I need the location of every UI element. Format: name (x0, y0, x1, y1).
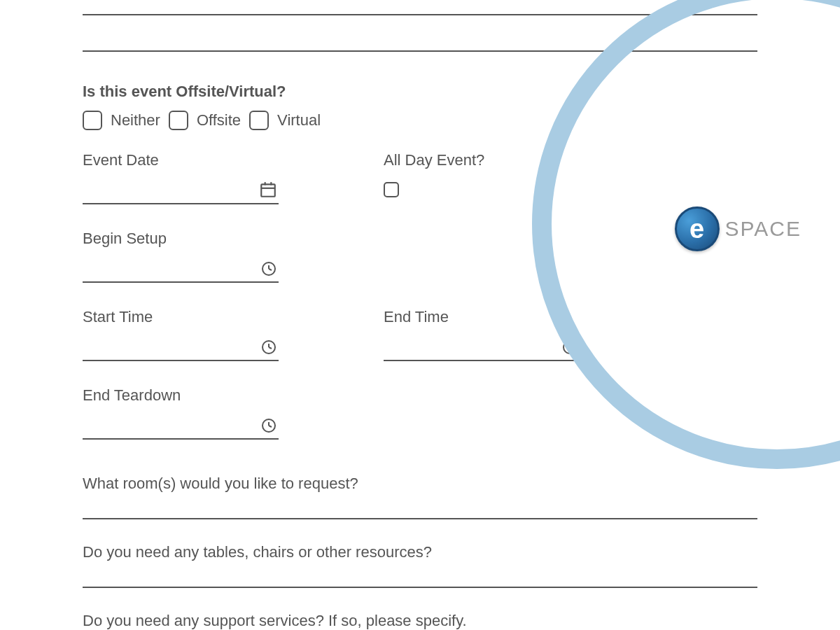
input-event-date[interactable] (83, 172, 279, 204)
logo-badge-icon: e (675, 206, 720, 251)
input-resources[interactable] (83, 587, 757, 588)
question-rooms: What room(s) would you like to request? (83, 475, 757, 493)
clock-icon (260, 260, 277, 277)
checkbox-virtual[interactable] (249, 111, 269, 130)
clock-icon (260, 417, 277, 434)
checkbox-neither[interactable] (83, 111, 102, 130)
label-end-teardown: End Teardown (83, 386, 279, 405)
option-label-offsite: Offsite (197, 111, 241, 130)
svg-line-6 (269, 269, 272, 270)
svg-line-15 (269, 426, 272, 427)
question-services: Do you need any support services? If so,… (83, 612, 757, 630)
label-start-time: Start Time (83, 308, 279, 326)
question-resources: Do you need any tables, chairs or other … (83, 543, 757, 561)
calendar-icon (259, 181, 277, 199)
espace-logo: e SPACE (675, 206, 802, 251)
checkbox-all-day[interactable] (384, 182, 399, 197)
option-label-virtual: Virtual (277, 111, 321, 130)
checkbox-offsite[interactable] (169, 111, 188, 130)
svg-rect-0 (261, 184, 275, 196)
input-end-teardown[interactable] (83, 407, 279, 440)
input-end-time[interactable] (384, 329, 580, 361)
svg-line-9 (269, 347, 272, 349)
input-begin-setup[interactable] (83, 251, 279, 283)
input-start-time[interactable] (83, 329, 279, 361)
clock-icon (260, 339, 277, 356)
form-page: Is this event Offsite/Virtual? Neither O… (0, 0, 840, 630)
label-begin-setup: Begin Setup (83, 230, 279, 248)
option-label-neither: Neither (111, 111, 160, 130)
label-event-date: Event Date (83, 151, 279, 169)
input-rooms[interactable] (83, 518, 757, 519)
logo-text: SPACE (725, 217, 802, 241)
logo-letter: e (690, 216, 704, 242)
